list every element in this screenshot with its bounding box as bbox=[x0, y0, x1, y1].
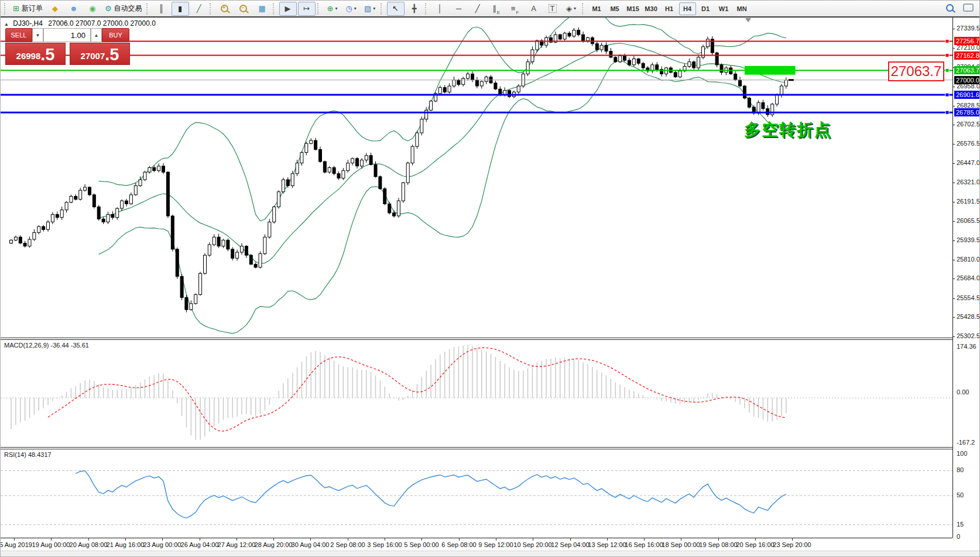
chinese-annotation[interactable]: 多空转折点 bbox=[744, 119, 832, 141]
main-chart-canvas[interactable] bbox=[1, 17, 952, 338]
autotrading-button[interactable]: ⚙自动交易 bbox=[102, 2, 145, 16]
candle bbox=[406, 163, 409, 183]
chart-bars-button[interactable]: ║ bbox=[153, 2, 170, 16]
sell-price[interactable]: 26998.5 bbox=[5, 43, 66, 65]
time-axis-tick bbox=[607, 538, 608, 541]
metaeditor-button[interactable]: ◆ bbox=[46, 2, 64, 16]
buy-price[interactable]: 27007.5 bbox=[70, 43, 130, 65]
zoom-in-button[interactable]: + bbox=[216, 2, 234, 16]
toolbar-separator[interactable] bbox=[317, 3, 321, 15]
chart-shift-marker[interactable] bbox=[745, 18, 751, 22]
cycles-button[interactable]: ◷▾ bbox=[342, 2, 360, 16]
chart-shift-button[interactable]: ↦ bbox=[298, 2, 316, 16]
toolbar-separator[interactable] bbox=[146, 3, 150, 15]
highlight-rectangle[interactable] bbox=[745, 66, 796, 75]
chart-line-icon: ╱ bbox=[197, 5, 201, 12]
cursor-icon: ↖ bbox=[392, 5, 399, 12]
sell-price-dec: .5 bbox=[40, 46, 54, 63]
community-button[interactable]: ☻ bbox=[65, 2, 83, 16]
window-bottom-edge bbox=[1, 551, 980, 557]
candle bbox=[74, 197, 77, 200]
candle bbox=[241, 246, 244, 252]
price-axis-tick bbox=[952, 163, 955, 164]
toolbar-separator[interactable] bbox=[381, 3, 384, 15]
candle bbox=[420, 119, 423, 133]
rsi-axis-label: 100 bbox=[957, 450, 980, 457]
tile-windows-button[interactable]: ▦ bbox=[253, 2, 271, 16]
buy-price-dec: .5 bbox=[105, 46, 119, 63]
timeframe-h1-button[interactable]: H1 bbox=[661, 2, 678, 15]
candle bbox=[475, 80, 478, 86]
candle bbox=[619, 56, 622, 61]
candle bbox=[734, 74, 737, 80]
templates-button[interactable]: ▧▾ bbox=[361, 2, 379, 16]
toolbar-separator[interactable] bbox=[210, 3, 213, 15]
trendline-button[interactable]: ╱ bbox=[469, 2, 486, 16]
new-order-button[interactable]: ⊞新订单 bbox=[11, 2, 45, 16]
volume-down-button[interactable]: ▼ bbox=[32, 28, 43, 42]
price-callout-box[interactable]: 27063.7 bbox=[888, 61, 944, 81]
auto-scroll-icon: ▶ bbox=[285, 5, 291, 12]
zoom-out-button[interactable]: − bbox=[235, 2, 252, 16]
price-axis-label: 25302.5 bbox=[957, 332, 980, 339]
rsi-axis-label: 0 bbox=[957, 533, 980, 540]
fibonacci-sub: F bbox=[516, 10, 519, 15]
time-axis-tick bbox=[459, 538, 460, 541]
community-icon: ☻ bbox=[70, 5, 78, 12]
price-axis-tick bbox=[952, 260, 955, 260]
candle bbox=[222, 240, 225, 246]
macd-panel-canvas[interactable] bbox=[1, 340, 952, 447]
price-axis-tick bbox=[952, 183, 955, 183]
timeframe-w1-button[interactable]: W1 bbox=[715, 2, 732, 15]
toolbar-separator[interactable] bbox=[582, 3, 585, 15]
candle bbox=[720, 65, 723, 73]
search-icon[interactable] bbox=[946, 4, 954, 12]
timeframe-m15-button[interactable]: M15 bbox=[625, 2, 642, 15]
text-button[interactable]: A bbox=[525, 2, 543, 16]
price-axis-label: 26702.5 bbox=[957, 121, 980, 128]
crosshair-button[interactable]: ╋ bbox=[406, 2, 423, 16]
horizontal-line-button[interactable]: ─ bbox=[450, 2, 468, 16]
timeframe-h4-button[interactable]: H4 bbox=[679, 2, 696, 15]
candle bbox=[762, 102, 765, 108]
candle bbox=[319, 149, 322, 161]
timeframe-mn-button[interactable]: MN bbox=[734, 2, 751, 15]
price-axis-tick bbox=[952, 336, 955, 337]
toolbar-separator[interactable] bbox=[273, 3, 276, 15]
price-badge-27256.7: 27256.7 bbox=[954, 37, 980, 45]
collapse-arrow-icon[interactable]: ▲ bbox=[4, 22, 9, 27]
buy-button[interactable]: BUY bbox=[102, 28, 129, 42]
chart-line-button[interactable]: ╱ bbox=[190, 2, 208, 16]
candle bbox=[480, 81, 483, 86]
chevron-down-icon: ▾ bbox=[574, 6, 576, 11]
indicators-button[interactable]: ⊕▾ bbox=[324, 2, 341, 16]
equidistant-channel-button[interactable]: ∥E bbox=[488, 2, 505, 16]
chart-candles-button[interactable]: ▮ bbox=[172, 2, 189, 16]
timeframe-m1-button[interactable]: M1 bbox=[588, 2, 605, 15]
arrows-button[interactable]: ◈▾ bbox=[563, 2, 580, 16]
toolbar-separator[interactable] bbox=[4, 3, 8, 15]
sell-button[interactable]: SELL bbox=[5, 28, 32, 42]
fibonacci-button[interactable]: ≡F bbox=[506, 2, 524, 16]
candle bbox=[388, 204, 391, 213]
volume-up-button[interactable]: ▲ bbox=[91, 28, 102, 42]
candle bbox=[517, 86, 520, 92]
toolbar-separator[interactable] bbox=[425, 3, 429, 15]
cursor-button[interactable]: ↖ bbox=[387, 2, 405, 16]
signals-button[interactable]: ◉ bbox=[84, 2, 101, 16]
timeframe-m5-button[interactable]: M5 bbox=[606, 2, 623, 15]
candle bbox=[688, 62, 691, 67]
vertical-line-button[interactable]: │ bbox=[431, 2, 449, 16]
auto-scroll-button[interactable]: ▶ bbox=[279, 2, 297, 16]
volume-input[interactable]: 1.00 bbox=[43, 28, 91, 42]
candle bbox=[134, 185, 137, 195]
chart-candles-icon: ▮ bbox=[178, 5, 182, 12]
rsi-panel-canvas[interactable] bbox=[1, 449, 952, 538]
text-label-button[interactable]: T bbox=[544, 2, 561, 16]
timeframe-d1-button[interactable]: D1 bbox=[697, 2, 714, 15]
timeframe-m30-button[interactable]: M30 bbox=[643, 2, 660, 15]
chat-icon[interactable] bbox=[963, 4, 974, 12]
price-axis-label: 26321.0 bbox=[957, 178, 980, 185]
macd-axis-label: 0.00 bbox=[957, 388, 980, 396]
vertical-line-icon: │ bbox=[438, 5, 443, 12]
